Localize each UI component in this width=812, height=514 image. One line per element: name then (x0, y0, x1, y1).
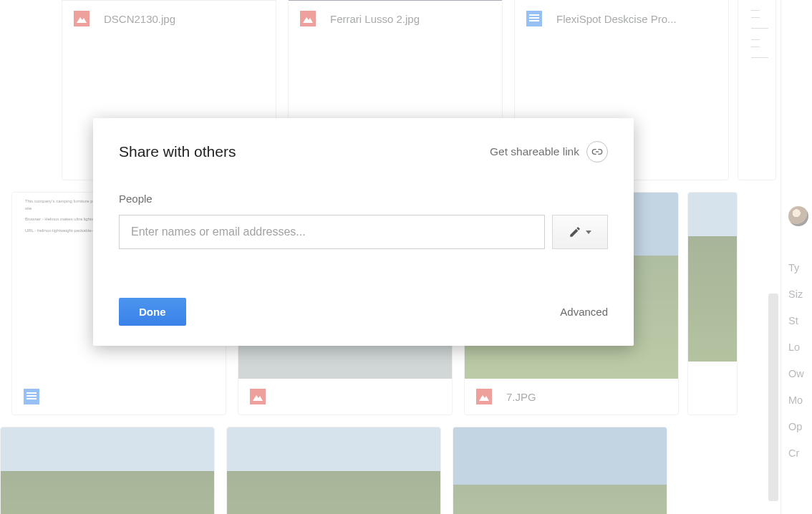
side-label: Ow (788, 368, 812, 379)
image-icon (250, 389, 266, 404)
pencil-icon (569, 226, 581, 238)
side-label: Lo (788, 341, 812, 353)
file-card[interactable]: ———————— ———————— —————— (738, 0, 776, 180)
link-icon (586, 141, 608, 163)
shareable-link-label: Get shareable link (490, 145, 579, 158)
file-card[interactable]: IMG_0499.JPG (226, 427, 441, 514)
side-label: Cr (788, 447, 812, 459)
file-card[interactable] (687, 192, 738, 415)
side-label: Siz (788, 288, 812, 300)
side-label: Op (788, 421, 812, 432)
get-shareable-link-button[interactable]: Get shareable link (490, 141, 608, 163)
file-thumb (688, 193, 737, 362)
image-icon (74, 11, 90, 26)
file-card[interactable]: IMG_0503.JPG (453, 427, 667, 514)
file-card[interactable]: IMG_0489.JPG (0, 427, 215, 514)
file-name: Ferrari Lusso 2.jpg (330, 13, 420, 25)
scrollbar-thumb[interactable] (768, 294, 778, 501)
image-icon (300, 11, 316, 26)
avatar[interactable] (788, 206, 808, 226)
done-button[interactable]: Done (119, 298, 186, 326)
chevron-down-icon (586, 231, 591, 234)
side-label: Mo (788, 394, 812, 406)
side-label: Ty (788, 262, 812, 273)
file-thumb: ———————— ———————— —————— (738, 0, 775, 165)
file-name: FlexiSpot Deskcise Pro... (556, 13, 677, 25)
image-icon (476, 389, 492, 404)
dialog-title: Share with others (119, 143, 236, 160)
people-input[interactable] (119, 215, 545, 249)
advanced-link[interactable]: Advanced (560, 306, 608, 318)
file-name: DSCN2130.jpg (104, 13, 175, 25)
file-thumb (1, 427, 214, 514)
permission-dropdown-button[interactable] (552, 215, 608, 249)
file-thumb (453, 427, 667, 514)
share-dialog: Share with others Get shareable link Peo… (93, 118, 634, 346)
file-name: 7.JPG (506, 391, 536, 403)
side-label: St (788, 315, 812, 326)
details-sidebar: Ty Siz St Lo Ow Mo Op Cr (780, 0, 812, 514)
people-label: People (119, 193, 608, 205)
doc-icon (526, 11, 542, 26)
doc-icon (24, 389, 39, 404)
file-thumb (227, 427, 440, 514)
